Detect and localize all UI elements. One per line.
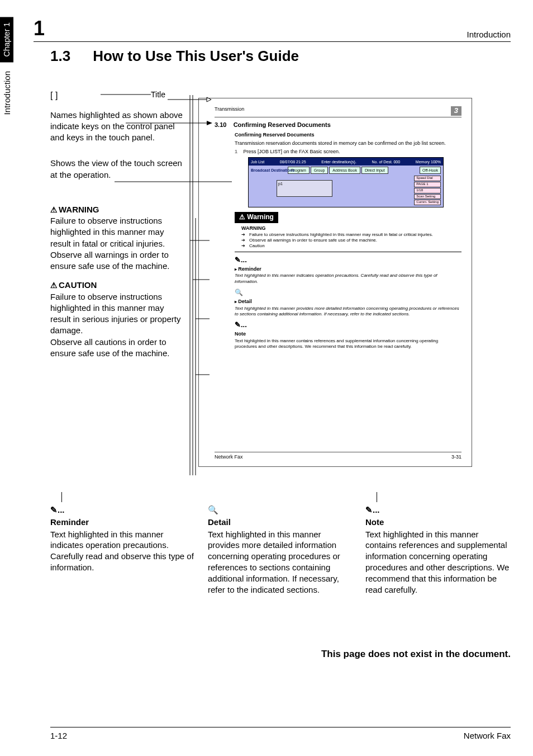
hand-icon: [235, 256, 461, 265]
sample-warn-l1: Failure to observe instructions highligh…: [249, 232, 433, 238]
caution-body2: Observe all cautions in order to ensure …: [50, 337, 184, 360]
sample-footer-left: Network Fax: [215, 454, 243, 461]
fax-dest-label: Broadcast Destinations: [251, 168, 294, 173]
sample-page: Transmission 3 3.10 Confirming Reserved …: [198, 98, 472, 467]
fax-basic-screen: Job List 08/07/08 21:25 Enter destinatio…: [248, 157, 444, 207]
annotation-view: Shows the view of the touch screen at th…: [50, 158, 184, 181]
sample-reminder-title: Reminder: [235, 266, 461, 273]
fax-tab-direct[interactable]: Direct Input: [361, 167, 388, 174]
sample-step: 1 Press [JOB LIST] on the FAX Basic scre…: [235, 149, 461, 155]
fax-tab-group[interactable]: Group: [311, 167, 328, 174]
sample-header-line: Transmission 3: [215, 106, 461, 117]
fax-side-buttons: Speed Dial PAGE 1 1/18 Scan Setting Comm…: [414, 176, 441, 205]
hand-icon: ✎...: [365, 504, 511, 516]
sample-detail-title: Detail: [235, 299, 461, 305]
warning-heading: WARNING: [50, 204, 184, 215]
fax-job-list: Job List: [251, 159, 264, 164]
col-detail: 🔍 Detail Text highlighted in this manner…: [208, 492, 353, 595]
heading-text: How to Use This User's Guide: [93, 48, 299, 64]
fax-page-count[interactable]: 1/18: [414, 188, 441, 193]
chapter-label: Chapter 1: [0, 17, 13, 62]
reminder-body: Text highlighted in this manner indicate…: [50, 529, 196, 573]
sample-sub-heading: Confirming Reserved Documents: [235, 132, 461, 139]
footer-title: Network Fax: [464, 731, 511, 740]
sample-warning-title: WARNING: [241, 225, 461, 232]
detail-heading: Detail: [208, 517, 353, 528]
nonexistent-page-note: This page does not exist in the document…: [0, 649, 511, 660]
fax-tab-addrbook[interactable]: Address Book: [329, 167, 360, 174]
heading-number: 1.3: [50, 48, 70, 64]
caution-heading: CAUTION: [50, 280, 184, 291]
sample-note: Note Text highlighted in this manner con…: [235, 320, 461, 349]
note-heading: Note: [365, 517, 511, 528]
hand-icon: ✎...: [50, 504, 196, 516]
sample-body-text: Transmission reservation documents store…: [235, 140, 461, 147]
fax-top-row: Job List 08/07/08 21:25 Enter destinatio…: [249, 158, 443, 166]
sample-reminder-body: Text highlighted in this manner indicate…: [235, 273, 461, 285]
fax-memory: Memory 100%: [416, 159, 441, 164]
fax-comm-setting[interactable]: Comm. Setting: [414, 200, 441, 205]
sample-step-num: 1: [235, 149, 237, 154]
sample-detail-body: Text highlighted in this manner provides…: [235, 306, 461, 318]
sample-header-left: Transmission: [215, 106, 244, 116]
bottom-columns: ✎... Reminder Text highlighted in this m…: [50, 492, 511, 595]
sample-sec-title: Confirming Reserved Documents: [234, 121, 331, 128]
sample-footer: Network Fax 3-31: [215, 452, 461, 461]
fax-page1[interactable]: PAGE 1: [414, 182, 441, 187]
left-annotations: [ ] Title Names highlighted as shown abo…: [50, 89, 184, 367]
sample-note-title: Note: [235, 331, 461, 338]
detail-body: Text highlighted in this manner provides…: [208, 529, 353, 596]
page-footer: 1-12 Network Fax: [50, 727, 511, 740]
section-side-label: Introduction: [0, 64, 14, 121]
magnifier-icon: [235, 288, 461, 297]
chapter-number: 1: [34, 17, 45, 40]
fax-offhook-button[interactable]: Off-Hook: [420, 167, 441, 174]
page-number: 1-12: [50, 731, 67, 740]
sample-detail: Detail Text highlighted in this manner p…: [235, 288, 461, 317]
sample-footer-right: 3-31: [451, 454, 461, 461]
hand-icon: [235, 320, 461, 330]
sample-warn-l2: Observe all warnings in order to ensure …: [249, 238, 377, 243]
page-heading: 1.3How to Use This User's Guide: [50, 48, 299, 65]
sample-warning-box: WARNING ➔Failure to observe instructions…: [235, 223, 461, 252]
annotation-keys: Names highlighted as shown above indicat…: [50, 110, 184, 144]
title-pointer-label: Title: [151, 89, 165, 100]
warning-body: Failure to observe instructions highligh…: [50, 215, 184, 272]
sample-section-heading: 3.10 Confirming Reserved Documents: [215, 121, 461, 129]
side-tab: Chapter 1 Introduction: [0, 17, 22, 173]
fax-dest-count: No. of Dest. 000: [372, 159, 401, 164]
sample-warn-l3: Caution: [249, 243, 265, 249]
sample-sec-num: 3.10: [215, 121, 226, 128]
tick-mark: [377, 492, 511, 502]
col-note: ✎... Note Text highlighted in this manne…: [365, 492, 511, 595]
fax-datetime: 08/07/08 21:25: [280, 159, 306, 164]
tick-mark: [61, 492, 196, 502]
arrow-icon: ➔: [241, 238, 249, 243]
fax-dest-slot[interactable]: p1: [277, 180, 332, 197]
caution-body: Failure to observe instructions highligh…: [50, 291, 184, 337]
sample-reminder: Reminder Text highlighted in this manner…: [235, 256, 461, 285]
col-reminder: ✎... Reminder Text highlighted in this m…: [50, 492, 196, 595]
sample-header-number: 3: [451, 106, 461, 116]
fax-tabs: Program Group Address Book Direct Input: [288, 167, 441, 174]
fax-enter-dest: Enter destination(s).: [321, 159, 356, 164]
sample-warning-bar: Warning: [235, 212, 278, 223]
arrow-icon: ➔: [241, 243, 249, 249]
top-bar: 1 Introduction: [34, 16, 511, 42]
fax-speed-dial[interactable]: Speed Dial: [414, 176, 441, 181]
sample-note-body: Text highlighted in this manner contains…: [235, 338, 461, 350]
reminder-heading: Reminder: [50, 517, 196, 528]
fax-scan-setting[interactable]: Scan Setting: [414, 194, 441, 200]
sample-step-text: Press [JOB LIST] on the FAX Basic screen…: [244, 149, 340, 154]
bracket-example: [ ]: [50, 91, 58, 100]
note-body: Text highlighted in this manner contains…: [365, 529, 511, 596]
section-name-top: Introduction: [467, 30, 511, 39]
magnifier-icon: 🔍: [208, 504, 353, 516]
arrow-icon: ➔: [241, 232, 249, 238]
